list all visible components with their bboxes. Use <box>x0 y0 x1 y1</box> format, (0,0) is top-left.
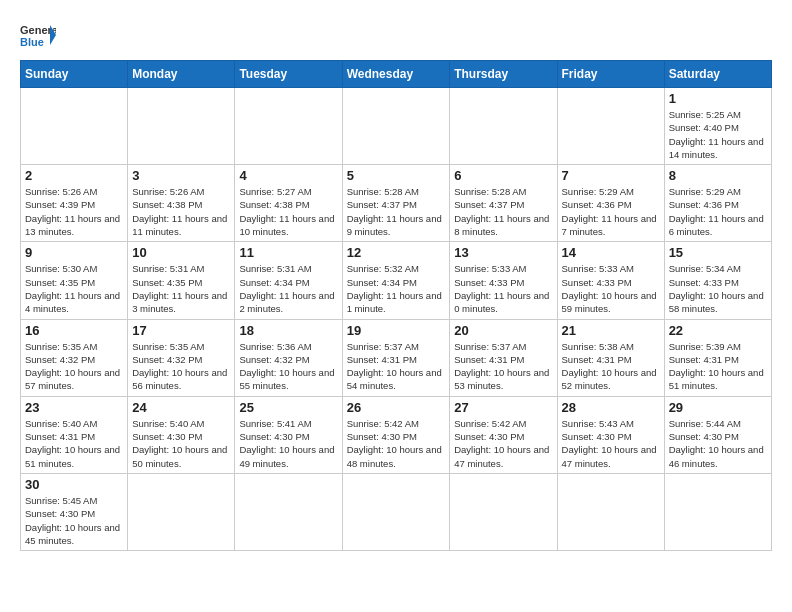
day-number: 2 <box>25 168 123 183</box>
day-number: 21 <box>562 323 660 338</box>
day-info: Sunrise: 5:33 AM Sunset: 4:33 PM Dayligh… <box>562 262 660 315</box>
day-cell: 27Sunrise: 5:42 AM Sunset: 4:30 PM Dayli… <box>450 396 557 473</box>
day-info: Sunrise: 5:31 AM Sunset: 4:35 PM Dayligh… <box>132 262 230 315</box>
day-cell: 20Sunrise: 5:37 AM Sunset: 4:31 PM Dayli… <box>450 319 557 396</box>
day-number: 24 <box>132 400 230 415</box>
day-cell: 11Sunrise: 5:31 AM Sunset: 4:34 PM Dayli… <box>235 242 342 319</box>
week-row-1: 1Sunrise: 5:25 AM Sunset: 4:40 PM Daylig… <box>21 88 772 165</box>
day-number: 16 <box>25 323 123 338</box>
day-cell: 13Sunrise: 5:33 AM Sunset: 4:33 PM Dayli… <box>450 242 557 319</box>
day-cell: 17Sunrise: 5:35 AM Sunset: 4:32 PM Dayli… <box>128 319 235 396</box>
week-row-2: 2Sunrise: 5:26 AM Sunset: 4:39 PM Daylig… <box>21 165 772 242</box>
day-info: Sunrise: 5:37 AM Sunset: 4:31 PM Dayligh… <box>454 340 552 393</box>
day-info: Sunrise: 5:42 AM Sunset: 4:30 PM Dayligh… <box>347 417 446 470</box>
day-cell: 18Sunrise: 5:36 AM Sunset: 4:32 PM Dayli… <box>235 319 342 396</box>
day-number: 6 <box>454 168 552 183</box>
header: General Blue <box>20 20 772 50</box>
day-cell <box>450 88 557 165</box>
day-info: Sunrise: 5:33 AM Sunset: 4:33 PM Dayligh… <box>454 262 552 315</box>
day-cell: 9Sunrise: 5:30 AM Sunset: 4:35 PM Daylig… <box>21 242 128 319</box>
day-info: Sunrise: 5:26 AM Sunset: 4:38 PM Dayligh… <box>132 185 230 238</box>
day-cell: 15Sunrise: 5:34 AM Sunset: 4:33 PM Dayli… <box>664 242 771 319</box>
day-number: 15 <box>669 245 767 260</box>
header-wednesday: Wednesday <box>342 61 450 88</box>
day-number: 26 <box>347 400 446 415</box>
day-cell: 5Sunrise: 5:28 AM Sunset: 4:37 PM Daylig… <box>342 165 450 242</box>
day-cell: 12Sunrise: 5:32 AM Sunset: 4:34 PM Dayli… <box>342 242 450 319</box>
day-cell: 7Sunrise: 5:29 AM Sunset: 4:36 PM Daylig… <box>557 165 664 242</box>
day-number: 12 <box>347 245 446 260</box>
day-info: Sunrise: 5:28 AM Sunset: 4:37 PM Dayligh… <box>454 185 552 238</box>
day-cell: 28Sunrise: 5:43 AM Sunset: 4:30 PM Dayli… <box>557 396 664 473</box>
header-saturday: Saturday <box>664 61 771 88</box>
day-info: Sunrise: 5:40 AM Sunset: 4:31 PM Dayligh… <box>25 417 123 470</box>
day-number: 25 <box>239 400 337 415</box>
week-row-4: 16Sunrise: 5:35 AM Sunset: 4:32 PM Dayli… <box>21 319 772 396</box>
day-cell: 3Sunrise: 5:26 AM Sunset: 4:38 PM Daylig… <box>128 165 235 242</box>
day-info: Sunrise: 5:29 AM Sunset: 4:36 PM Dayligh… <box>669 185 767 238</box>
day-cell: 19Sunrise: 5:37 AM Sunset: 4:31 PM Dayli… <box>342 319 450 396</box>
day-cell <box>557 88 664 165</box>
day-cell: 26Sunrise: 5:42 AM Sunset: 4:30 PM Dayli… <box>342 396 450 473</box>
day-number: 20 <box>454 323 552 338</box>
day-number: 23 <box>25 400 123 415</box>
day-info: Sunrise: 5:28 AM Sunset: 4:37 PM Dayligh… <box>347 185 446 238</box>
day-cell <box>342 88 450 165</box>
day-number: 8 <box>669 168 767 183</box>
day-number: 30 <box>25 477 123 492</box>
day-number: 14 <box>562 245 660 260</box>
header-sunday: Sunday <box>21 61 128 88</box>
day-info: Sunrise: 5:44 AM Sunset: 4:30 PM Dayligh… <box>669 417 767 470</box>
day-info: Sunrise: 5:36 AM Sunset: 4:32 PM Dayligh… <box>239 340 337 393</box>
day-info: Sunrise: 5:37 AM Sunset: 4:31 PM Dayligh… <box>347 340 446 393</box>
day-info: Sunrise: 5:29 AM Sunset: 4:36 PM Dayligh… <box>562 185 660 238</box>
logo: General Blue <box>20 20 56 50</box>
day-number: 28 <box>562 400 660 415</box>
day-number: 1 <box>669 91 767 106</box>
day-info: Sunrise: 5:43 AM Sunset: 4:30 PM Dayligh… <box>562 417 660 470</box>
day-number: 10 <box>132 245 230 260</box>
calendar-header-row: SundayMondayTuesdayWednesdayThursdayFrid… <box>21 61 772 88</box>
day-cell: 1Sunrise: 5:25 AM Sunset: 4:40 PM Daylig… <box>664 88 771 165</box>
day-info: Sunrise: 5:38 AM Sunset: 4:31 PM Dayligh… <box>562 340 660 393</box>
day-number: 4 <box>239 168 337 183</box>
day-number: 7 <box>562 168 660 183</box>
day-number: 11 <box>239 245 337 260</box>
day-info: Sunrise: 5:35 AM Sunset: 4:32 PM Dayligh… <box>132 340 230 393</box>
day-cell: 4Sunrise: 5:27 AM Sunset: 4:38 PM Daylig… <box>235 165 342 242</box>
day-number: 22 <box>669 323 767 338</box>
day-cell <box>21 88 128 165</box>
day-number: 13 <box>454 245 552 260</box>
day-info: Sunrise: 5:32 AM Sunset: 4:34 PM Dayligh… <box>347 262 446 315</box>
header-friday: Friday <box>557 61 664 88</box>
day-cell: 16Sunrise: 5:35 AM Sunset: 4:32 PM Dayli… <box>21 319 128 396</box>
day-number: 5 <box>347 168 446 183</box>
day-info: Sunrise: 5:42 AM Sunset: 4:30 PM Dayligh… <box>454 417 552 470</box>
day-info: Sunrise: 5:45 AM Sunset: 4:30 PM Dayligh… <box>25 494 123 547</box>
day-info: Sunrise: 5:31 AM Sunset: 4:34 PM Dayligh… <box>239 262 337 315</box>
day-cell <box>128 473 235 550</box>
day-cell <box>342 473 450 550</box>
day-cell <box>235 88 342 165</box>
day-cell: 22Sunrise: 5:39 AM Sunset: 4:31 PM Dayli… <box>664 319 771 396</box>
day-cell: 2Sunrise: 5:26 AM Sunset: 4:39 PM Daylig… <box>21 165 128 242</box>
day-info: Sunrise: 5:25 AM Sunset: 4:40 PM Dayligh… <box>669 108 767 161</box>
header-tuesday: Tuesday <box>235 61 342 88</box>
day-info: Sunrise: 5:27 AM Sunset: 4:38 PM Dayligh… <box>239 185 337 238</box>
calendar: SundayMondayTuesdayWednesdayThursdayFrid… <box>20 60 772 551</box>
day-info: Sunrise: 5:30 AM Sunset: 4:35 PM Dayligh… <box>25 262 123 315</box>
day-number: 17 <box>132 323 230 338</box>
week-row-6: 30Sunrise: 5:45 AM Sunset: 4:30 PM Dayli… <box>21 473 772 550</box>
day-cell <box>450 473 557 550</box>
svg-text:Blue: Blue <box>20 36 44 48</box>
day-cell <box>235 473 342 550</box>
day-number: 27 <box>454 400 552 415</box>
week-row-3: 9Sunrise: 5:30 AM Sunset: 4:35 PM Daylig… <box>21 242 772 319</box>
day-info: Sunrise: 5:34 AM Sunset: 4:33 PM Dayligh… <box>669 262 767 315</box>
day-cell: 6Sunrise: 5:28 AM Sunset: 4:37 PM Daylig… <box>450 165 557 242</box>
day-cell: 10Sunrise: 5:31 AM Sunset: 4:35 PM Dayli… <box>128 242 235 319</box>
header-thursday: Thursday <box>450 61 557 88</box>
day-info: Sunrise: 5:39 AM Sunset: 4:31 PM Dayligh… <box>669 340 767 393</box>
day-info: Sunrise: 5:40 AM Sunset: 4:30 PM Dayligh… <box>132 417 230 470</box>
day-info: Sunrise: 5:35 AM Sunset: 4:32 PM Dayligh… <box>25 340 123 393</box>
